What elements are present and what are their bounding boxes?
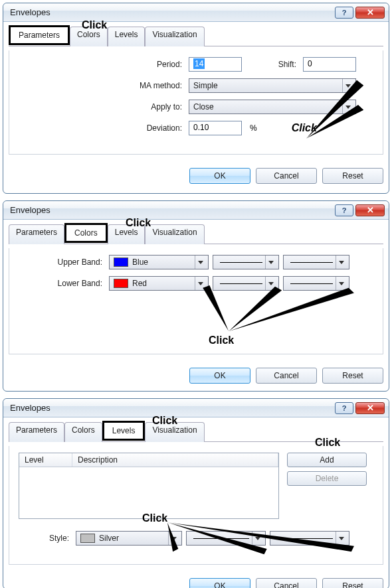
svg-marker-3	[229, 287, 282, 331]
lower-linewidth-combo[interactable]	[283, 276, 349, 291]
help-button[interactable]: ?	[335, 402, 353, 414]
percent-label: %	[250, 123, 257, 133]
tab-visualization[interactable]: Visualization	[145, 27, 204, 46]
upper-color-combo[interactable]: Blue	[109, 255, 209, 269]
close-button[interactable]: ✕	[355, 402, 385, 414]
tab-bar: Parameters Colors Levels Visualization	[9, 421, 383, 442]
window-title: Envelopes	[10, 403, 335, 413]
tab-bar: Parameters Colors Levels Visualization	[9, 224, 383, 244]
apply-to-label: Apply to:	[19, 102, 185, 111]
line-style-icon	[193, 538, 249, 539]
help-button[interactable]: ?	[335, 7, 353, 19]
lower-linestyle-combo[interactable]	[213, 276, 279, 291]
period-label: Period:	[19, 60, 185, 69]
reset-button[interactable]: Reset	[322, 578, 383, 588]
cancel-button[interactable]: Cancel	[256, 368, 317, 384]
tab-parameters[interactable]: Parameters	[9, 224, 64, 244]
tab-levels[interactable]: Levels	[108, 224, 146, 244]
lower-color-combo[interactable]: Red	[109, 276, 209, 291]
parameters-panel: Period: 14 Shift: 0 MA method: Simple Ap…	[9, 50, 383, 155]
tab-parameters[interactable]: Parameters	[9, 422, 64, 442]
help-button[interactable]: ?	[335, 204, 353, 216]
tab-colors[interactable]: Colors	[64, 422, 102, 442]
color-swatch-icon	[114, 257, 128, 267]
cancel-button[interactable]: Cancel	[256, 168, 317, 184]
tab-bar: Parameters Colors Levels Visualization	[9, 26, 383, 46]
line-style-icon	[220, 262, 262, 263]
tab-colors[interactable]: Colors	[64, 223, 108, 243]
annotation-click-right: Click	[292, 122, 317, 134]
chevron-down-icon	[265, 277, 276, 290]
chevron-down-icon	[195, 256, 205, 269]
color-swatch-icon	[114, 279, 128, 288]
tab-levels[interactable]: Levels	[102, 421, 146, 441]
line-style-icon	[220, 283, 262, 284]
color-swatch-icon	[80, 534, 95, 543]
shift-input[interactable]: 0	[303, 57, 356, 72]
style-linestyle-combo[interactable]	[186, 531, 266, 546]
dialog-envelopes-levels: Envelopes ? ✕ Click Parameters Colors Le…	[3, 398, 389, 588]
button-row: OK Cancel Reset	[3, 161, 389, 189]
window-title: Envelopes	[10, 7, 335, 17]
tab-levels[interactable]: Levels	[108, 27, 146, 46]
dialog-envelopes-parameters: Envelopes ? ✕ Click Parameters Colors Le…	[3, 3, 389, 194]
close-button[interactable]: ✕	[355, 204, 385, 216]
chevron-down-icon	[342, 79, 353, 92]
ma-method-label: MA method:	[19, 81, 185, 90]
col-description: Description	[72, 453, 278, 467]
colors-panel: Upper Band: Blue Lower Band:	[9, 248, 383, 354]
line-width-icon	[290, 262, 333, 263]
chevron-down-icon	[168, 532, 179, 545]
window-title: Envelopes	[10, 205, 335, 215]
tab-visualization[interactable]: Visualization	[145, 224, 204, 244]
apply-to-combo[interactable]: Close	[189, 100, 356, 114]
ma-method-combo[interactable]: Simple	[189, 78, 356, 93]
style-color-combo[interactable]: Silver	[76, 531, 182, 546]
deviation-input[interactable]: 0.10	[189, 121, 242, 135]
chevron-down-icon	[342, 100, 353, 113]
levels-panel: Click Level Description Add Delete Style…	[9, 446, 383, 565]
chevron-down-icon	[336, 532, 346, 545]
line-width-icon	[290, 283, 333, 284]
chevron-down-icon	[265, 256, 276, 269]
style-linewidth-combo[interactable]	[270, 531, 349, 546]
deviation-label: Deviation:	[19, 123, 185, 133]
tab-visualization[interactable]: Visualization	[145, 422, 204, 442]
upper-linewidth-combo[interactable]	[283, 255, 349, 269]
tab-colors[interactable]: Colors	[70, 27, 108, 46]
ok-button[interactable]: OK	[189, 578, 250, 588]
dialog-envelopes-colors: Envelopes ? ✕ Click Parameters Colors Le…	[3, 200, 389, 392]
button-row: OK Cancel Reset	[3, 361, 389, 389]
ok-button[interactable]: OK	[189, 368, 250, 384]
svg-marker-4	[229, 288, 354, 332]
chevron-down-icon	[336, 256, 346, 269]
title-bar: Envelopes ? ✕	[3, 201, 389, 220]
annotation-click-bottom: Click	[209, 334, 234, 346]
lower-band-label: Lower Band:	[19, 279, 105, 288]
chevron-down-icon	[195, 277, 205, 290]
reset-button[interactable]: Reset	[322, 368, 383, 384]
ok-button[interactable]: OK	[189, 168, 250, 184]
period-input[interactable]: 14	[189, 57, 242, 72]
levels-list[interactable]: Level Description	[19, 453, 279, 519]
button-row: OK Cancel Reset	[3, 571, 389, 588]
chevron-down-icon	[336, 277, 346, 290]
delete-button[interactable]: Delete	[287, 471, 367, 486]
title-bar: Envelopes ? ✕	[3, 399, 389, 417]
shift-label: Shift:	[246, 60, 299, 69]
style-label: Style:	[19, 534, 72, 543]
svg-marker-2	[203, 285, 229, 331]
col-level: Level	[19, 453, 72, 467]
list-header: Level Description	[19, 453, 278, 467]
close-button[interactable]: ✕	[355, 7, 385, 19]
title-bar: Envelopes ? ✕	[3, 3, 389, 22]
line-width-icon	[277, 538, 333, 539]
reset-button[interactable]: Reset	[322, 168, 383, 184]
upper-linestyle-combo[interactable]	[213, 255, 279, 269]
cancel-button[interactable]: Cancel	[256, 578, 317, 588]
upper-band-label: Upper Band:	[19, 257, 105, 267]
chevron-down-icon	[252, 532, 262, 545]
add-button[interactable]: Add	[287, 453, 367, 467]
tab-parameters[interactable]: Parameters	[9, 25, 70, 45]
